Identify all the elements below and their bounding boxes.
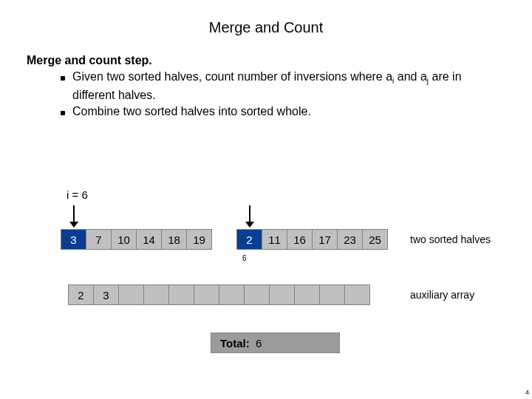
- bullet-0-mid: and a: [394, 70, 426, 83]
- array-cell: 18: [161, 229, 187, 250]
- left-half-array: 3710141819: [61, 229, 212, 250]
- bullet-dot-icon: [61, 111, 65, 115]
- array-cell: 3: [93, 284, 119, 305]
- bullet-list: Given two sorted halves, count number of…: [61, 69, 505, 120]
- array-cell: [244, 284, 270, 305]
- total-value: 6: [256, 337, 262, 349]
- slide: Merge and Count Merge and count step. Gi…: [0, 0, 532, 399]
- page-number: 4: [525, 389, 529, 396]
- aux-array: 23: [68, 284, 370, 305]
- array-cell: [294, 284, 320, 305]
- array-cell: 19: [186, 229, 212, 250]
- array-cell: 3: [61, 229, 86, 250]
- array-cell: 14: [136, 229, 162, 250]
- array-cell: [269, 284, 295, 305]
- bullet-0: Given two sorted halves, count number of…: [61, 69, 505, 103]
- arrow-down-left-icon: [69, 205, 78, 228]
- arrow-down-right-icon: [245, 205, 254, 228]
- array-cell: [118, 284, 144, 305]
- step-heading: Merge and count step.: [27, 52, 505, 69]
- bullet-0-text: Given two sorted halves, count number of…: [72, 69, 505, 103]
- array-cell: 16: [287, 229, 313, 250]
- array-cell: 10: [111, 229, 137, 250]
- array-cell: 17: [312, 229, 338, 250]
- body-text: Merge and count step. Given two sorted h…: [27, 52, 505, 120]
- bullet-dot-icon: [61, 76, 65, 81]
- array-cell: [194, 284, 219, 305]
- aux-label: auxiliary array: [410, 289, 474, 301]
- array-cell: [319, 284, 345, 305]
- bullet-1: Combine two sorted halves into sorted wh…: [61, 103, 505, 120]
- i-counter-label: i = 6: [66, 188, 88, 201]
- right-half-array: 21116172325: [236, 229, 388, 250]
- array-cell: [143, 284, 169, 305]
- bullet-1-text: Combine two sorted halves into sorted wh…: [72, 103, 505, 120]
- total-label: Total:: [220, 337, 250, 349]
- array-cell: [168, 284, 194, 305]
- halves-label: two sorted halves: [410, 233, 491, 245]
- array-cell: 2: [236, 229, 262, 250]
- bullet-0-pre: Given two sorted halves, count number of…: [72, 70, 392, 83]
- array-cell: 11: [262, 229, 287, 250]
- array-cell: [219, 284, 245, 305]
- array-cell: [344, 284, 370, 305]
- total-box: Total: 6: [211, 332, 340, 353]
- array-cell: 2: [68, 284, 94, 305]
- slide-title: Merge and Count: [27, 19, 505, 36]
- array-cell: 7: [86, 229, 112, 250]
- array-cell: 25: [362, 229, 388, 250]
- array-cell: 23: [337, 229, 363, 250]
- inversion-count-below: 6: [242, 254, 247, 262]
